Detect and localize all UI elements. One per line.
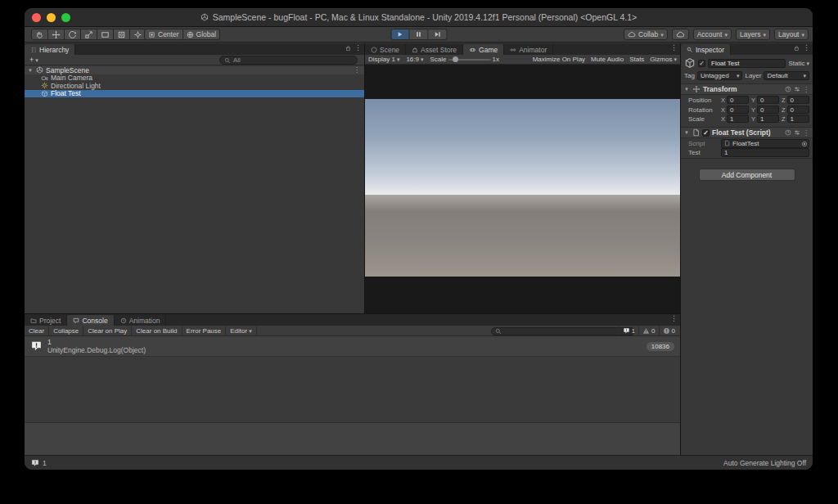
component-menu-icon[interactable]: ⋮ [803,129,809,137]
collab-button[interactable]: Collab ▾ [624,29,668,40]
space-toggle-button[interactable]: Global [183,29,221,40]
scale-slider[interactable] [448,59,491,61]
log-count-toggle[interactable]: 1 [619,326,638,335]
name-field[interactable]: Float Test [708,59,786,68]
console-log-entry[interactable]: 1 UnityEngine.Debug.Log(Object) 10836 [25,336,680,357]
panel-menu-icon[interactable]: ⋮ [670,315,678,322]
panel-menu-icon[interactable]: ⋮ [354,44,362,52]
help-icon[interactable] [785,86,791,92]
scale-tool-button[interactable] [81,29,97,40]
account-label: Account [697,30,723,38]
editor-dropdown[interactable]: Editor ▾ [226,326,256,335]
account-group: Account ▾ [693,29,732,40]
tab-animation[interactable]: Animation [115,315,167,326]
step-button[interactable] [428,29,447,40]
component-menu-icon[interactable]: ⋮ [803,86,809,93]
status-message[interactable]: 1 [43,459,47,467]
scale-label: Scale [688,115,719,123]
play-button[interactable] [390,29,409,40]
position-z-field[interactable]: 0 [787,96,809,104]
game-viewport[interactable] [365,65,680,313]
position-y-field[interactable]: 0 [757,96,779,104]
pivot-icon [148,31,155,38]
rotation-x-field[interactable]: 0 [727,106,749,114]
pause-button[interactable] [409,29,428,40]
stats-button[interactable]: Stats [629,56,644,63]
tab-animator[interactable]: Animator [504,44,553,55]
tab-asset-store[interactable]: Asset Store [406,44,463,55]
position-x-field[interactable]: 0 [727,96,749,104]
tab-label: Project [39,317,61,325]
hierarchy-search-input[interactable]: All [219,56,358,65]
tab-project[interactable]: Project [25,315,67,326]
panel-menu-icon[interactable]: ⋮ [803,44,810,52]
test-field[interactable]: 1 [721,148,809,157]
hierarchy-scene-row[interactable]: ▼ SampleScene ⋮ [25,66,364,74]
script-enabled-checkbox[interactable]: ✓ [702,129,710,137]
static-dropdown[interactable]: Static ▾ [788,60,809,67]
gizmos-dropdown[interactable]: Gizmos ▾ [650,56,677,63]
rect-tool-button[interactable] [97,29,114,40]
error-pause-button[interactable]: Error Pause [182,326,227,335]
preset-icon[interactable] [794,86,800,92]
tab-console[interactable]: Console [67,315,114,326]
scale-y-field[interactable]: 1 [757,115,779,123]
rotate-tool-button[interactable] [65,29,81,40]
tab-hierarchy[interactable]: Hierarchy [25,44,75,55]
axis-y-label: Y [751,115,755,123]
script-object-field[interactable]: FloatTest [721,139,809,148]
clear-button[interactable]: Clear [25,326,49,335]
tab-inspector[interactable]: Inspector [681,44,731,55]
tag-dropdown[interactable]: Untagged ▾ [697,71,743,80]
hand-tool-button[interactable] [31,29,48,40]
lock-icon[interactable] [794,45,800,52]
maximize-on-play-button[interactable]: Maximize On Play [533,56,585,63]
clear-on-play-button[interactable]: Clear on Play [83,326,132,335]
add-component-button[interactable]: Add Component [699,169,795,181]
collapse-button[interactable]: Collapse [49,326,83,335]
console-search-input[interactable] [491,327,635,335]
warning-count-toggle[interactable]: 0 [638,326,658,335]
layers-dropdown[interactable]: Layers ▾ [736,29,770,40]
tab-scene[interactable]: Scene [365,44,406,55]
create-menu-button[interactable]: + ▾ [27,56,41,64]
hierarchy-item-float-test[interactable]: Float Test [25,90,364,98]
layout-dropdown[interactable]: Layout ▾ [774,29,809,40]
transform-component-header[interactable]: ▼ Transform ⋮ [681,84,813,95]
scale-z-field[interactable]: 1 [787,115,809,123]
rotation-z-field[interactable]: 0 [787,106,809,114]
console-icon [73,317,79,324]
mute-audio-button[interactable]: Mute Audio [591,56,624,63]
titlebar[interactable]: SampleScene - bugFloat - PC, Mac & Linux… [25,8,813,27]
slider-handle[interactable] [453,56,458,62]
tab-game[interactable]: Game [463,44,504,55]
rotation-y-field[interactable]: 0 [757,106,779,114]
help-icon[interactable] [785,129,791,136]
foldout-icon[interactable]: ▼ [684,130,690,135]
zoom-window-button[interactable] [61,13,70,22]
script-component-header[interactable]: ▼ ✓ Float Test (Script) ⋮ [681,128,813,138]
error-count-toggle[interactable]: 0 [659,326,678,335]
layer-dropdown[interactable]: Default ▾ [764,71,809,80]
aspect-dropdown[interactable]: 16:9 ▾ [406,56,423,63]
cloud-services-button[interactable] [672,29,689,40]
display-dropdown[interactable]: Display 1 ▾ [368,56,399,63]
pivot-toggle-button[interactable]: Center [144,29,183,40]
active-checkbox[interactable]: ✓ [698,60,705,67]
clear-on-build-button[interactable]: Clear on Build [132,326,182,335]
panel-menu-icon[interactable]: ⋮ [670,44,678,52]
foldout-icon[interactable]: ▼ [684,87,690,92]
preset-icon[interactable] [794,129,800,136]
account-dropdown[interactable]: Account ▾ [693,29,732,40]
object-picker-icon[interactable] [801,141,808,147]
foldout-icon[interactable]: ▼ [28,68,34,73]
move-tool-button[interactable] [48,29,65,40]
scene-menu-icon[interactable]: ⋮ [354,66,360,74]
lock-icon[interactable] [345,45,351,52]
transform-tool-button[interactable] [114,29,130,40]
scale-x-field[interactable]: 1 [727,115,749,123]
hierarchy-item-directional-light[interactable]: Directional Light [25,82,364,90]
hierarchy-item-main-camera[interactable]: Main Camera [25,74,364,83]
minimize-window-button[interactable] [47,13,56,22]
close-window-button[interactable] [32,13,41,22]
